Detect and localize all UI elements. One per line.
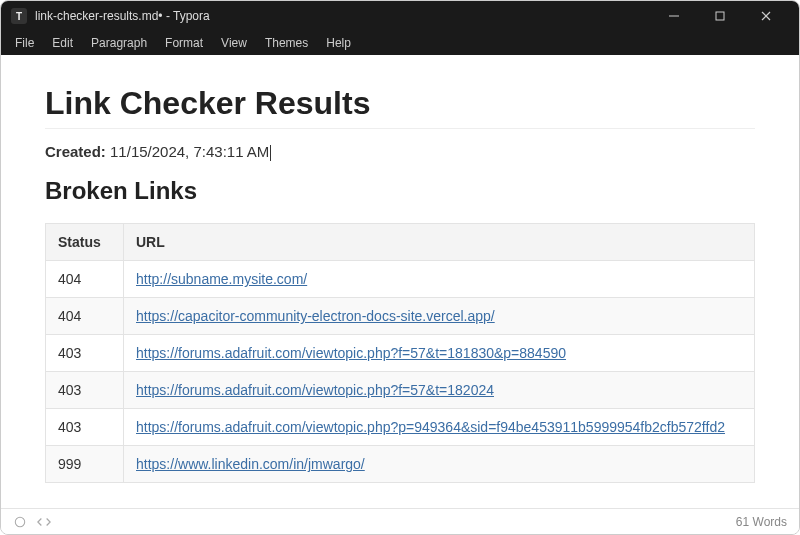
text-cursor [270,145,271,161]
status-cell: 404 [46,298,124,335]
table-row[interactable]: 404http://subname.mysite.com/ [46,261,755,298]
col-url: URL [124,224,755,261]
menu-file[interactable]: File [7,33,42,53]
menu-themes[interactable]: Themes [257,33,316,53]
source-mode-icon[interactable] [37,515,51,529]
status-cell: 999 [46,446,124,483]
word-count[interactable]: 61 Words [736,515,787,529]
url-cell: https://forums.adafruit.com/viewtopic.ph… [124,372,755,409]
table-row[interactable]: 403https://forums.adafruit.com/viewtopic… [46,335,755,372]
created-value: 11/15/2024, 7:43:11 AM [110,143,269,160]
menubar: File Edit Paragraph Format View Themes H… [1,31,799,55]
status-cell: 403 [46,409,124,446]
app-icon: T [11,8,27,24]
window-title: link-checker-results.md• - Typora [35,9,651,23]
menu-format[interactable]: Format [157,33,211,53]
minimize-button[interactable] [651,1,697,31]
table-header-row: Status URL [46,224,755,261]
svg-rect-1 [716,12,724,20]
svg-point-4 [15,517,24,526]
status-cell: 403 [46,335,124,372]
col-status: Status [46,224,124,261]
created-line[interactable]: Created: 11/15/2024, 7:43:11 AM [45,143,755,161]
heading-2[interactable]: Broken Links [45,177,755,205]
broken-link[interactable]: https://www.linkedin.com/in/jmwargo/ [136,456,365,472]
broken-link[interactable]: https://forums.adafruit.com/viewtopic.ph… [136,345,566,361]
url-cell: https://forums.adafruit.com/viewtopic.ph… [124,409,755,446]
menu-view[interactable]: View [213,33,255,53]
table-row[interactable]: 403https://forums.adafruit.com/viewtopic… [46,372,755,409]
url-cell: https://www.linkedin.com/in/jmwargo/ [124,446,755,483]
url-cell: https://forums.adafruit.com/viewtopic.ph… [124,335,755,372]
table-row[interactable]: 404https://capacitor-community-electron-… [46,298,755,335]
broken-link[interactable]: https://forums.adafruit.com/viewtopic.ph… [136,419,725,435]
heading-1[interactable]: Link Checker Results [45,85,755,129]
broken-link[interactable]: https://capacitor-community-electron-doc… [136,308,495,324]
broken-links-table[interactable]: Status URL 404http://subname.mysite.com/… [45,223,755,483]
broken-link[interactable]: http://subname.mysite.com/ [136,271,307,287]
created-label: Created: [45,143,106,160]
status-cell: 404 [46,261,124,298]
url-cell: http://subname.mysite.com/ [124,261,755,298]
status-cell: 403 [46,372,124,409]
titlebar: T link-checker-results.md• - Typora [1,1,799,31]
menu-paragraph[interactable]: Paragraph [83,33,155,53]
statusbar: 61 Words [1,508,799,534]
table-row[interactable]: 999https://www.linkedin.com/in/jmwargo/ [46,446,755,483]
outline-toggle-icon[interactable] [13,515,27,529]
maximize-button[interactable] [697,1,743,31]
editor-content[interactable]: Link Checker Results Created: 11/15/2024… [1,55,799,508]
close-button[interactable] [743,1,789,31]
window-controls [651,1,789,31]
broken-link[interactable]: https://forums.adafruit.com/viewtopic.ph… [136,382,494,398]
table-row[interactable]: 403https://forums.adafruit.com/viewtopic… [46,409,755,446]
url-cell: https://capacitor-community-electron-doc… [124,298,755,335]
menu-edit[interactable]: Edit [44,33,81,53]
menu-help[interactable]: Help [318,33,359,53]
